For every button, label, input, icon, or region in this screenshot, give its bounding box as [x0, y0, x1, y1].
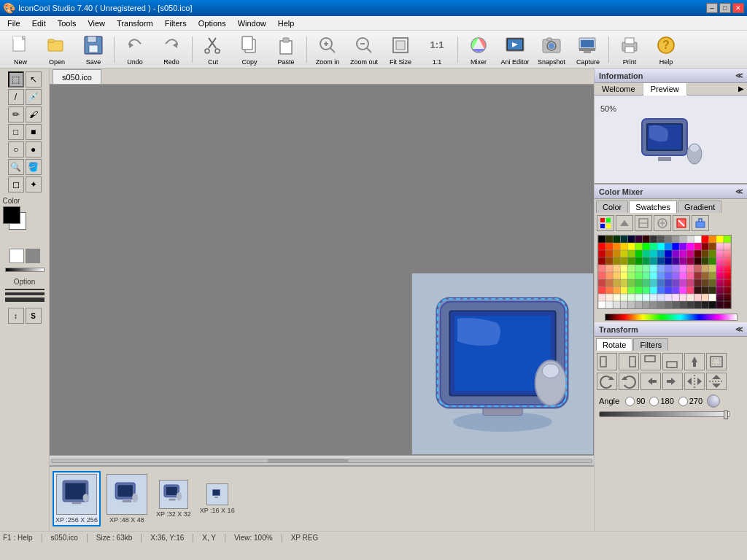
shift-left-btn[interactable]	[640, 373, 661, 390]
fill-rect-tool[interactable]: ■	[26, 124, 42, 140]
fit-size-button[interactable]: Fit Size	[383, 33, 418, 66]
svg-rect-98	[711, 357, 722, 367]
mixer-btn-1[interactable]	[597, 215, 614, 231]
menu-view[interactable]: View	[82, 18, 111, 29]
info-panel-nav[interactable]: ▶	[735, 83, 747, 95]
print-button[interactable]: Print	[612, 33, 647, 66]
select-rect-tool[interactable]: ⬚	[8, 71, 24, 88]
flip-h-btn[interactable]	[684, 373, 705, 390]
mixer-btn-3[interactable]	[635, 215, 652, 231]
tab-welcome[interactable]: Welcome	[595, 83, 643, 95]
hue-slider[interactable]	[605, 314, 738, 321]
angle-180-radio[interactable]: 180	[649, 397, 673, 406]
open-button[interactable]: Open	[39, 33, 74, 66]
eyedropper-tool[interactable]: 💉	[26, 89, 42, 105]
canvas-grid[interactable]	[411, 273, 594, 455]
menu-filters[interactable]: Filters	[159, 18, 193, 29]
slider-thumb[interactable]	[724, 411, 728, 419]
menu-tools[interactable]: Tools	[52, 18, 82, 29]
zoom-in-button[interactable]: Zoom in	[310, 33, 345, 66]
mixer-btn-4[interactable]	[654, 215, 671, 231]
fill-tool[interactable]: 🪣	[26, 159, 42, 175]
flip-h-right-btn[interactable]	[619, 353, 639, 370]
gradient-tab[interactable]: Gradient	[678, 201, 721, 213]
rotate-tab[interactable]: Rotate	[596, 338, 632, 351]
menu-help[interactable]: Help	[272, 18, 301, 29]
menu-options[interactable]: Options	[193, 18, 232, 29]
magic-wand-tool[interactable]: ✦	[26, 176, 42, 192]
resize-btn[interactable]	[706, 353, 727, 370]
undo-button[interactable]: Undo	[117, 33, 152, 66]
gray-swatch[interactable]	[26, 249, 40, 263]
thumb-32[interactable]: XP :32 X 32	[153, 477, 194, 521]
zoom-out-button[interactable]: Zoom out	[347, 33, 382, 66]
save-button[interactable]: Save	[76, 33, 111, 66]
thumb-16[interactable]: XP :16 X 16	[197, 481, 238, 517]
thumb-label-256: XP :256 X 256	[55, 516, 98, 524]
move-up-btn[interactable]	[684, 353, 705, 370]
thumb-256[interactable]: XP :256 X 256	[53, 471, 101, 526]
transform-collapse[interactable]: ≪	[735, 325, 743, 333]
mixer-btn-2[interactable]	[616, 215, 633, 231]
horizontal-scrollbar[interactable]	[50, 455, 594, 465]
white-swatch[interactable]	[9, 249, 24, 263]
rotate-cw-btn[interactable]	[619, 373, 639, 390]
canvas-tab[interactable]: s050.ico	[53, 69, 101, 84]
menu-edit[interactable]: Edit	[26, 18, 52, 29]
angle-90-radio[interactable]: 90	[625, 397, 645, 406]
thumb-48[interactable]: XP :48 X 48	[104, 471, 150, 526]
slider-track[interactable]	[599, 411, 730, 417]
status-sep-1	[42, 534, 42, 542]
menu-window[interactable]: Window	[232, 18, 272, 29]
ani-editor-button[interactable]: Ani Editor	[498, 33, 533, 66]
rect-tool[interactable]: □	[8, 124, 24, 140]
swatches-tab[interactable]: Swatches	[629, 201, 677, 213]
flip-v-top-btn[interactable]	[640, 353, 661, 370]
help-button[interactable]: ? Help	[649, 33, 684, 66]
paste-button[interactable]: Paste	[268, 33, 303, 66]
snapshot-button[interactable]: Snapshot	[534, 33, 569, 66]
zoom-tool[interactable]: 🔍	[8, 159, 24, 175]
new-button[interactable]: New	[3, 33, 38, 66]
select-free-tool[interactable]: ↖	[26, 71, 42, 88]
minimize-button[interactable]: –	[706, 3, 718, 13]
mixer-btn-5[interactable]	[673, 215, 690, 231]
shift-right-btn[interactable]	[662, 373, 683, 390]
color-tab[interactable]: Color	[596, 201, 628, 213]
pencil-tool[interactable]: ✏	[8, 106, 24, 122]
ellipse-tool[interactable]: ○	[8, 141, 24, 158]
move-tool[interactable]: ↕	[8, 308, 24, 324]
cut-button[interactable]: Cut	[196, 33, 231, 66]
rotate-ccw-btn[interactable]	[597, 373, 617, 390]
angle-270-radio[interactable]: 270	[678, 397, 703, 406]
flip-v-btn[interactable]	[706, 373, 727, 390]
color-palette[interactable]	[597, 235, 732, 309]
tab-preview[interactable]: Preview	[643, 83, 687, 96]
flip-v-bottom-btn[interactable]	[662, 353, 683, 370]
menu-file[interactable]: File	[1, 18, 26, 29]
copy-button[interactable]: Copy	[232, 33, 267, 66]
capture-button[interactable]: Capture	[570, 33, 605, 66]
foreground-color[interactable]	[3, 206, 20, 224]
filters-tab[interactable]: Filters	[633, 338, 668, 351]
close-button[interactable]: ✕	[732, 3, 744, 13]
canvas-content[interactable]	[50, 85, 594, 455]
maximize-button[interactable]: □	[719, 3, 731, 13]
info-panel-collapse[interactable]: ≪	[735, 71, 743, 79]
eraser-tool[interactable]: ◻	[8, 176, 24, 192]
medium-line[interactable]	[5, 292, 44, 295]
redo-button[interactable]: Redo	[154, 33, 189, 66]
thick-line[interactable]	[5, 298, 44, 302]
thin-line[interactable]	[5, 289, 44, 290]
fill-ellipse-tool[interactable]: ●	[26, 141, 42, 158]
menu-transform[interactable]: Transform	[111, 18, 159, 29]
text-tool[interactable]: S	[26, 308, 42, 324]
one-to-one-button[interactable]: 1:1 1:1	[419, 33, 454, 66]
rotate-circle-btn[interactable]	[707, 394, 720, 408]
brush-tool[interactable]: 🖌	[26, 106, 42, 122]
flip-h-left-btn[interactable]	[597, 353, 617, 370]
mixer-button[interactable]: Mixer	[461, 33, 496, 66]
color-mixer-collapse[interactable]: ≪	[735, 187, 743, 195]
line-tool[interactable]: /	[8, 89, 24, 105]
mixer-btn-6[interactable]	[692, 215, 709, 231]
